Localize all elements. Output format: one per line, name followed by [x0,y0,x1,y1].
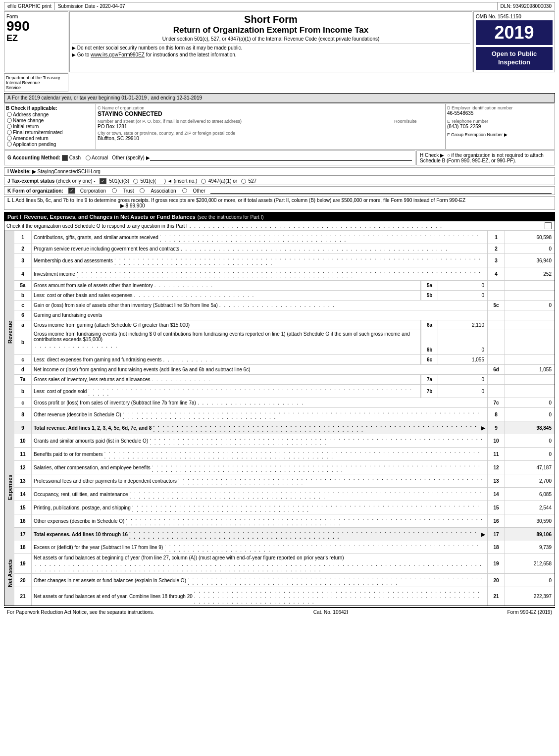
row-num-5c: c [14,301,32,310]
value-5a-blank [505,281,555,290]
dln: DLN: 93492098000030 [498,2,555,10]
form-number: 990 [6,19,66,33]
spacer-6c [488,355,505,364]
i-label: I Website: ▶ [7,169,36,174]
row-1: 1 Contributions, gifts, grants, and simi… [14,231,555,244]
tax-status-row: J Tax-exempt status (check only one) - ✓… [4,177,555,185]
line-num-19: 19 [488,554,505,573]
name-circle[interactable] [7,118,12,123]
row-15: 15 Printing, publications, postage, and … [14,501,555,514]
accrual-circle [86,155,91,160]
row-desc-11: Benefits paid to or for members . . . . … [32,448,488,460]
row-num-20: 20 [14,574,32,587]
row-20: 20 Other changes in net assets or fund b… [14,574,555,587]
part-check-row: Check if the organization used Schedule … [4,221,555,231]
part-check-box[interactable] [545,222,552,229]
form-number-box: Form 990 EZ [4,11,68,72]
phone-value: (843) 705-2259 [447,124,553,129]
trust-circle[interactable] [112,188,117,193]
501c-circle[interactable] [133,179,138,184]
row-num-17: 17 [14,528,32,541]
city-label: City or town, state or province, country… [98,131,444,136]
subtitle: Under section 501(c), 527, or 4947(a)(1)… [72,36,470,42]
cash-checkbox[interactable]: Cash [62,155,81,161]
row-14: 14 Occupancy, rent, utilities, and maint… [14,488,555,501]
value-6b-blank [505,330,555,354]
value-6d: 1,055 [505,365,555,374]
sub-label-7a: 7a [421,375,438,384]
line-num-7c: 7c [488,398,505,407]
value-9: 98,845 [505,421,555,434]
section-a-text: A For the 2019 calendar year, or tax yea… [7,95,202,101]
value-21: 222,397 [505,587,555,605]
line-l: L L Add lines 5b, 6c, and 7b to line 9 t… [4,196,555,210]
row-9: 9 Total revenue. Add lines 1, 2, 3, 4, 5… [14,421,555,434]
corp-checked[interactable]: ✓ [68,188,75,194]
row-num-6a: a [14,320,32,330]
final-circle[interactable] [7,130,12,135]
527-circle[interactable] [241,179,246,184]
assoc-circle[interactable] [140,188,145,193]
value-6c-blank [505,355,555,364]
b-label: B Check if applicable: [6,105,94,111]
row-13: 13 Professional fees and other payments … [14,474,555,488]
check-final: Final return/terminated [6,130,94,135]
row-num-18: 18 [14,541,32,554]
cash-check-box [62,155,68,161]
4947-circle[interactable] [201,179,206,184]
row-5b: b Less: cost or other basis and sales ex… [14,291,555,301]
address-row: Number and street (or P. O. box, if mail… [98,119,444,129]
status-checked[interactable]: ✓ [100,178,106,184]
row-desc-8: Other revenue (describe in Schedule O) .… [32,408,488,421]
other-circle[interactable] [182,188,187,193]
address-circle[interactable] [7,112,12,117]
value-13: 2,700 [505,474,555,487]
row-num-7a: 7a [14,375,32,384]
line-num-18: 18 [488,541,505,554]
row-desc-6: Gaming and fundraising events [32,310,488,320]
revenue-section: Revenue 1 Contributions, gifts, grants, … [4,231,555,434]
row-num-4: 4 [14,267,32,280]
row-desc-2: Program service revenue including govern… [32,244,488,253]
check-line-text: Check if the organization used Schedule … [6,223,188,229]
line-num-16: 16 [488,514,505,527]
line-l-text: L Add lines 5b, 6c, and 7b to line 9 to … [12,198,465,203]
j-label: J Tax-exempt status [7,178,54,184]
initial-circle[interactable] [7,124,12,129]
address-label: Number and street (or P. O. box, if mail… [98,119,392,124]
value-8: 0 [505,408,555,421]
accrual-checkbox[interactable]: Accrual [85,155,108,160]
d-label: D Employer identification number [447,105,553,110]
insert-no: ) ◄ (insert no.) [164,178,198,184]
part-label: Part I [7,214,21,220]
row-desc-6a: Gross income from gaming (attach Schedul… [32,320,421,330]
footer-cat: Cat. No. 10642I [313,609,348,615]
value-12: 47,187 [505,461,555,474]
row-num-14: 14 [14,488,32,501]
row-7a: 7a Gross sales of inventory, less return… [14,375,555,385]
line-l-arrow: ▶ $ [120,203,128,208]
line-num-10: 10 [488,434,505,447]
irs-link[interactable]: www.irs.gov/Form990EZ [91,52,145,57]
room-block: Room/suite [394,119,444,129]
line-num-12: 12 [488,461,505,474]
f-label: F Group Exemption [447,132,486,137]
expense-rows: 10 Grants and similar amounts paid (list… [14,434,555,541]
row-6-header: 6 Gaming and fundraising events [14,310,555,320]
assoc-label: Association [151,188,176,194]
row-6d: d Net income or (loss) from gaming and f… [14,365,555,375]
line-num-21: 21 [488,587,505,605]
sub-value-6b: 0 [438,330,488,354]
status-501c3: 501(c)(3) [109,178,130,184]
accrual-label: Accrual [92,155,108,160]
value-16: 30,590 [505,514,555,527]
check-amended: Amended return [6,136,94,141]
value-10: 0 [505,434,555,447]
spacer-5b [488,291,505,300]
pending-circle[interactable] [7,142,12,147]
row-desc-16: Other expenses (describe in Schedule O) … [32,514,488,527]
g-label: G Accounting Method: [7,155,60,160]
spacer-6b [488,330,505,354]
amended-circle[interactable] [7,136,12,141]
pending-label: Application pending [13,142,56,147]
